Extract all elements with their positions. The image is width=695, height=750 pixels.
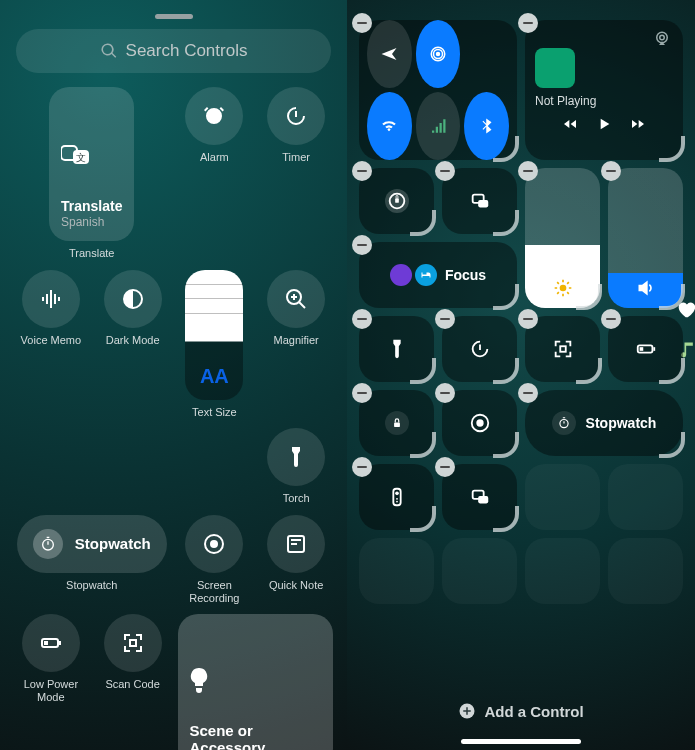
connectivity-module[interactable] (359, 20, 517, 160)
torch-module[interactable] (359, 316, 434, 382)
control-center-grid: Not Playing Focus (359, 20, 683, 680)
home-tile[interactable]: Scene or Accessory (178, 614, 334, 750)
orientation-lock-module[interactable] (359, 168, 434, 234)
resize-handle[interactable] (576, 284, 602, 310)
resize-handle[interactable] (493, 210, 519, 236)
resize-handle[interactable] (410, 432, 436, 458)
note-icon (284, 532, 308, 556)
focus-module[interactable]: Focus (359, 242, 517, 308)
resize-handle[interactable] (493, 284, 519, 310)
controls-grid: 文 Translate Spanish Translate Alarm Time… (0, 87, 347, 750)
empty-slot[interactable] (359, 538, 434, 604)
remove-media[interactable] (518, 13, 538, 33)
search-controls-field[interactable]: Search Controls (16, 29, 331, 73)
empty-slot[interactable] (525, 538, 600, 604)
resize-handle[interactable] (493, 506, 519, 532)
home-indicator[interactable] (461, 739, 581, 744)
apple-tv-remote-module[interactable] (359, 464, 434, 530)
low-power-module[interactable] (608, 316, 683, 382)
media-module[interactable]: Not Playing (525, 20, 683, 160)
remove-connectivity[interactable] (352, 13, 372, 33)
translate-title: Translate (61, 198, 122, 214)
resize-handle[interactable] (493, 432, 519, 458)
voice-memo-control[interactable] (22, 270, 80, 328)
magnifier-control[interactable] (267, 270, 325, 328)
record-icon (469, 412, 491, 434)
sheet-grabber[interactable] (155, 14, 193, 19)
stopwatch-label: Stopwatch (586, 415, 657, 431)
low-power-control[interactable] (22, 614, 80, 672)
moon-icon (395, 269, 407, 281)
search-placeholder: Search Controls (126, 41, 248, 61)
remove-button[interactable] (601, 161, 621, 181)
resize-handle[interactable] (410, 358, 436, 384)
resize-handle[interactable] (659, 284, 685, 310)
alarm-control[interactable] (185, 87, 243, 145)
speaker-icon (636, 278, 656, 298)
voice-memo-caption: Voice Memo (21, 334, 82, 347)
empty-slot[interactable] (608, 538, 683, 604)
resize-handle[interactable] (410, 210, 436, 236)
resize-handle[interactable] (576, 358, 602, 384)
remove-button[interactable] (435, 309, 455, 329)
airplane-icon (380, 45, 398, 63)
resize-handle[interactable] (410, 506, 436, 532)
qr-icon (552, 338, 574, 360)
scan-code-module[interactable] (525, 316, 600, 382)
quick-note-control[interactable] (267, 515, 325, 573)
resize-handle[interactable] (659, 136, 685, 162)
svg-rect-11 (44, 641, 48, 645)
screen-recording-module[interactable] (442, 390, 517, 456)
remove-button[interactable] (435, 383, 455, 403)
translate-tile[interactable]: 文 Translate Spanish (49, 87, 134, 241)
stopwatch-module[interactable]: Stopwatch (525, 390, 683, 456)
svg-point-26 (660, 35, 665, 40)
svg-point-7 (210, 540, 218, 548)
remove-button[interactable] (518, 309, 538, 329)
guided-access-module[interactable] (359, 390, 434, 456)
remove-button[interactable] (518, 383, 538, 403)
remove-button[interactable] (352, 457, 372, 477)
empty-slot[interactable] (442, 538, 517, 604)
remove-button[interactable] (601, 309, 621, 329)
remove-button[interactable] (518, 161, 538, 181)
play-icon[interactable] (596, 116, 612, 132)
torch-control[interactable] (267, 428, 325, 486)
home-title: Scene or Accessory (190, 722, 322, 750)
rewind-icon[interactable] (562, 116, 578, 132)
text-size-control[interactable]: AA (185, 270, 243, 400)
resize-handle[interactable] (493, 358, 519, 384)
resize-handle[interactable] (659, 358, 685, 384)
stopwatch-control[interactable]: Stopwatch (17, 515, 167, 573)
translate-subtitle: Spanish (61, 215, 122, 229)
remove-button[interactable] (352, 161, 372, 181)
scan-code-caption: Scan Code (105, 678, 159, 691)
screen-mirroring-module-2[interactable] (442, 464, 517, 530)
screen-recording-caption: Screen Recording (189, 579, 239, 604)
remove-button[interactable] (435, 457, 455, 477)
svg-rect-33 (560, 346, 566, 352)
add-control-button[interactable]: Add a Control (347, 702, 695, 720)
timer-control[interactable] (267, 87, 325, 145)
empty-slot[interactable] (525, 464, 600, 530)
resize-handle[interactable] (659, 432, 685, 458)
remove-button[interactable] (352, 235, 372, 255)
empty-slot[interactable] (608, 464, 683, 530)
svg-rect-46 (478, 496, 488, 503)
plus-circle-icon (458, 702, 476, 720)
forward-icon[interactable] (630, 116, 646, 132)
brightness-slider[interactable] (525, 168, 600, 308)
remove-button[interactable] (352, 383, 372, 403)
scan-code-control[interactable] (104, 614, 162, 672)
dark-mode-control[interactable] (104, 270, 162, 328)
timer-module[interactable] (442, 316, 517, 382)
svg-point-32 (559, 285, 566, 292)
magnifier-caption: Magnifier (274, 334, 319, 347)
screen-mirroring-module[interactable] (442, 168, 517, 234)
remove-button[interactable] (435, 161, 455, 181)
remove-button[interactable] (352, 309, 372, 329)
record-icon (202, 532, 226, 556)
media-artwork (535, 48, 575, 88)
screen-recording-control[interactable] (185, 515, 243, 573)
volume-slider[interactable] (608, 168, 683, 308)
